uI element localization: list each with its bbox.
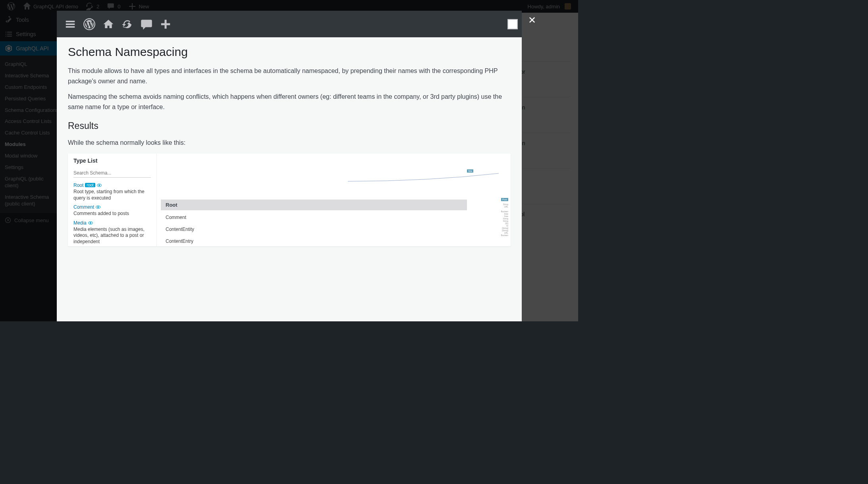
plus-icon[interactable]: [156, 15, 175, 34]
close-icon[interactable]: ✕: [526, 14, 538, 27]
modal-h2: Results: [68, 121, 511, 131]
modal-title: Schema Namespacing: [68, 45, 511, 59]
wp-icon[interactable]: [80, 15, 99, 34]
modal-toolbar: [57, 11, 522, 37]
comment-icon[interactable]: [137, 15, 156, 34]
refresh-icon[interactable]: [118, 15, 137, 34]
typelist-heading: Type List: [73, 157, 151, 164]
modal-p3: While the schema normally looks like thi…: [68, 138, 511, 148]
eye-icon: [96, 206, 100, 209]
eye-icon: [97, 184, 102, 187]
modal: ✕ Schema Namespacing This module allows …: [57, 11, 522, 321]
menu-icon[interactable]: [61, 15, 80, 34]
schema-search[interactable]: [73, 169, 151, 178]
window-icon[interactable]: [507, 19, 518, 29]
schema-screenshot: Type List Root root Root type, starting …: [68, 154, 511, 246]
modal-body: Schema Namespacing This module allows to…: [57, 37, 522, 321]
modal-p1: This module allows to have all types and…: [68, 66, 511, 86]
home-icon[interactable]: [99, 15, 118, 34]
eye-icon: [88, 221, 93, 225]
modal-p2: Namespacing the schema avoids naming con…: [68, 92, 511, 112]
